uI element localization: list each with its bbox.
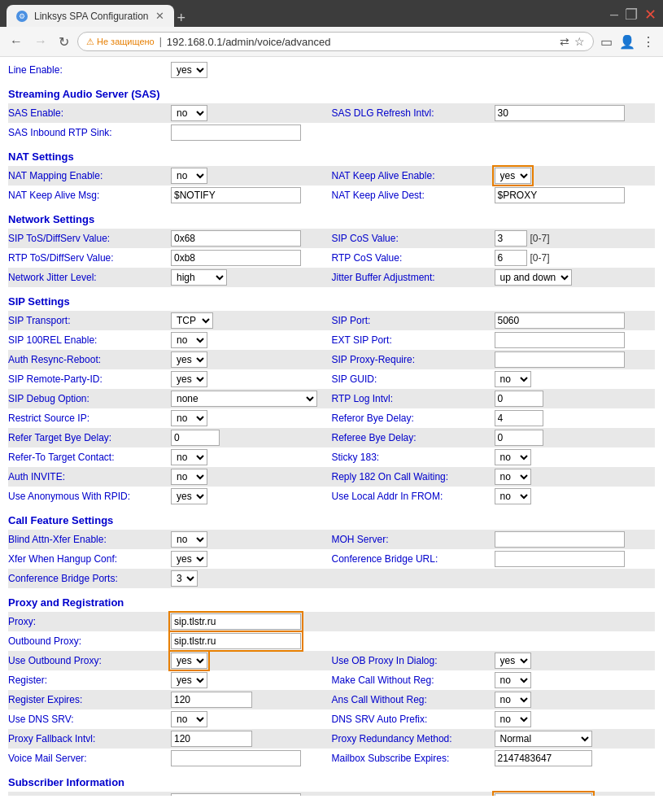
line-enable-select[interactable]: yes no <box>171 62 207 78</box>
local-addr-select[interactable]: no yes <box>495 488 531 504</box>
dns-srv-prefix-select[interactable]: no yes <box>495 711 531 727</box>
proxy-fallback-input[interactable] <box>171 731 252 747</box>
refer-to-select[interactable]: no yes <box>171 449 207 465</box>
jitter-adj-select[interactable]: up and down up only disable <box>495 269 572 286</box>
sas-dlg-input[interactable] <box>495 105 625 121</box>
reply182-select[interactable]: no yes <box>495 469 531 485</box>
register-left: Register: yes no <box>8 672 332 688</box>
sip-guid-select[interactable]: no yes <box>495 371 531 387</box>
tab-close-button[interactable]: ✕ <box>155 10 164 22</box>
rtp-log-input[interactable] <box>495 391 543 407</box>
outbound-proxy-row: Outbound Proxy: <box>8 631 655 651</box>
voice-mail-input[interactable] <box>171 750 301 766</box>
rtp-tos-left: RTP ToS/DiffServ Value: <box>8 250 332 266</box>
register-row: Register: yes no Make Call Without Reg: … <box>8 670 655 690</box>
forward-button[interactable]: → <box>31 33 50 50</box>
register-select[interactable]: yes no <box>171 672 207 688</box>
window-close-button[interactable]: ✕ <box>644 6 656 24</box>
sip-100rel-select[interactable]: no yes <box>171 332 207 348</box>
user-id-input[interactable] <box>495 793 592 796</box>
sip-tos-input[interactable] <box>171 230 301 247</box>
profile-icon[interactable]: 👤 <box>617 33 637 51</box>
window-restore-button[interactable]: ❐ <box>625 6 638 24</box>
use-ob-dialog-select[interactable]: yes no <box>495 653 531 669</box>
sas-rtp-left: SAS Inbound RTP Sink: <box>8 124 655 141</box>
nat-keepmsg-input[interactable] <box>171 187 301 203</box>
active-tab[interactable]: ⚙ Linksys SPA Configuration ✕ <box>7 5 174 27</box>
outbound-proxy-input[interactable] <box>171 633 301 649</box>
mailbox-input[interactable] <box>495 750 592 766</box>
rtp-tos-input[interactable] <box>171 250 301 266</box>
sas-enable-label: SAS Enable: <box>8 107 171 119</box>
sas-enable-left: SAS Enable: no yes <box>8 105 332 121</box>
new-tab-button[interactable]: + <box>177 10 186 27</box>
sip-debug-row: SIP Debug Option: none full RTP Log Intv… <box>8 389 655 408</box>
address-bar[interactable]: ⚠ Не защищено | 192.168.0.1/admin/voice/… <box>77 32 594 51</box>
sip-port-input[interactable] <box>495 312 625 329</box>
restrict-select[interactable]: no yes <box>171 410 207 426</box>
reload-button[interactable]: ↻ <box>55 33 72 51</box>
refer-target-label: Refer Target Bye Delay: <box>8 432 171 443</box>
sticky183-label: Sticky 183: <box>332 452 495 463</box>
ext-sip-input[interactable] <box>495 332 625 348</box>
sip-cos-input[interactable] <box>495 230 527 247</box>
reg-expires-input[interactable] <box>171 692 252 708</box>
xfer-hangup-select[interactable]: yes no <box>171 551 207 567</box>
local-addr-label: Use Local Addr In FROM: <box>332 491 495 502</box>
sip-proxy-req-input[interactable] <box>495 351 625 368</box>
back-button[interactable]: ← <box>7 33 26 50</box>
anon-rpid-select[interactable]: yes no <box>171 488 207 504</box>
dns-srv-select[interactable]: no yes <box>171 711 207 727</box>
use-outbound-left: Use Outbound Proxy: yes no <box>8 653 332 669</box>
conf-ports-select[interactable]: 3 2 1 <box>171 570 198 587</box>
use-outbound-select[interactable]: yes no <box>171 653 207 669</box>
referor-bye-input[interactable] <box>495 410 543 426</box>
sip-remote-select[interactable]: yes no <box>171 371 207 387</box>
nat-keep-enable-select[interactable]: yes no <box>495 168 531 184</box>
user-id-right: User ID: <box>332 793 656 796</box>
sip-proxy-req-right: SIP Proxy-Require: <box>332 351 656 368</box>
make-call-noreg-select[interactable]: no yes <box>495 672 531 688</box>
jitter-level-select[interactable]: high medium low <box>171 269 227 286</box>
ans-call-noreg-select[interactable]: no yes <box>495 692 531 708</box>
rtp-cos-input[interactable] <box>495 250 527 266</box>
dns-srv-row: Use DNS SRV: no yes DNS SRV Auto Prefix:… <box>8 709 655 729</box>
sip-remote-row: SIP Remote-Party-ID: yes no SIP GUID: no… <box>8 369 655 389</box>
blind-xfer-select[interactable]: no yes <box>171 531 207 548</box>
sas-enable-select[interactable]: no yes <box>171 105 207 121</box>
sip-100rel-left: SIP 100REL Enable: no yes <box>8 332 332 348</box>
sas-rtp-input[interactable] <box>171 124 301 141</box>
sip-transport-select[interactable]: TCP UDP TLS <box>171 312 213 329</box>
nat-mapping-select[interactable]: no yes <box>171 168 207 184</box>
referee-bye-label: Referee Bye Delay: <box>332 432 495 443</box>
display-name-input[interactable] <box>171 793 301 796</box>
sip-debug-select[interactable]: none full <box>171 391 317 407</box>
translate-icon[interactable]: ⇄ <box>560 35 569 48</box>
cast-icon[interactable]: ▭ <box>599 33 614 51</box>
local-addr-right: Use Local Addr In FROM: no yes <box>332 488 656 504</box>
auth-invite-select[interactable]: no yes <box>171 469 207 485</box>
bookmark-icon[interactable]: ☆ <box>574 35 585 48</box>
nat-keep-enable-right: NAT Keep Alive Enable: yes no <box>332 168 656 184</box>
nat-keepdest-input[interactable] <box>495 187 625 203</box>
conf-bridge-input[interactable] <box>495 551 625 567</box>
moh-input[interactable] <box>495 531 625 548</box>
auth-resync-select[interactable]: yes no <box>171 351 207 368</box>
proxy-redundancy-select[interactable]: Normal Based on SRV <box>495 731 592 747</box>
outbound-proxy-left: Outbound Proxy: <box>8 633 655 649</box>
nat-mapping-label: NAT Mapping Enable: <box>8 170 171 181</box>
refer-target-input[interactable] <box>171 430 220 446</box>
sticky183-select[interactable]: no yes <box>495 449 531 465</box>
refer-to-left: Refer-To Target Contact: no yes <box>8 449 332 465</box>
referee-bye-input[interactable] <box>495 430 543 446</box>
menu-icon[interactable]: ⋮ <box>640 33 656 51</box>
refer-target-left: Refer Target Bye Delay: <box>8 430 332 446</box>
proxy-input[interactable] <box>171 613 301 630</box>
proxy-fallback-label: Proxy Fallback Intvl: <box>8 733 171 744</box>
proxy-fallback-row: Proxy Fallback Intvl: Proxy Redundancy M… <box>8 729 655 749</box>
auth-invite-left: Auth INVITE: no yes <box>8 469 332 485</box>
sip-remote-label: SIP Remote-Party-ID: <box>8 373 171 385</box>
ans-call-noreg-label: Ans Call Without Reg: <box>332 694 495 705</box>
window-minimize-button[interactable]: – <box>610 6 618 24</box>
anon-rpid-row: Use Anonymous With RPID: yes no Use Loca… <box>8 487 655 506</box>
